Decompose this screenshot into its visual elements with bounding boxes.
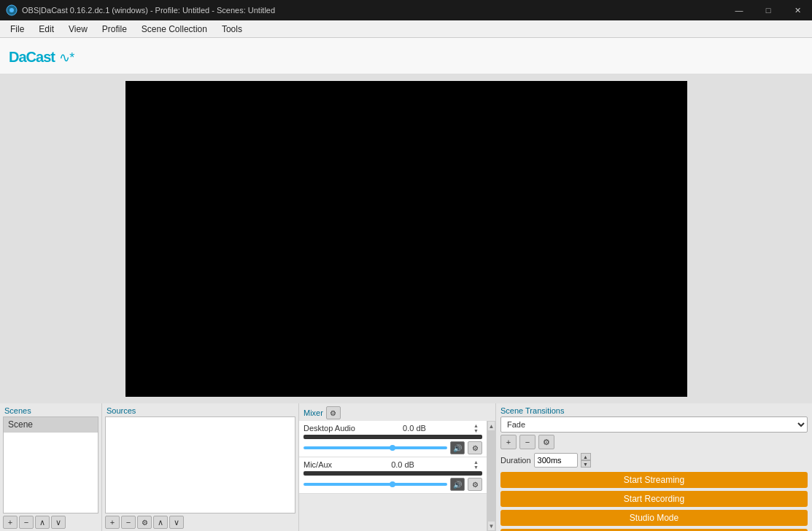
preview-area bbox=[0, 74, 812, 403]
sources-gear-button[interactable]: ⚙ bbox=[137, 516, 152, 529]
window-title: OBS|DaCast 0.16.2.dc.1 (windows) - Profi… bbox=[22, 6, 275, 15]
mixer-scroll-down[interactable]: ▼ bbox=[487, 521, 495, 531]
desktop-mute-button[interactable]: 🔊 bbox=[450, 441, 465, 454]
scenes-up-button[interactable]: ∧ bbox=[35, 516, 50, 529]
mixer-scroll-up[interactable]: ▲ bbox=[487, 421, 495, 431]
menu-profile[interactable]: Profile bbox=[95, 23, 134, 36]
scenes-panel: Scenes Scene + − ∧ ∨ bbox=[0, 403, 102, 531]
sources-toolbar: + − ⚙ ∧ ∨ bbox=[102, 513, 298, 531]
desktop-audio-label: Desktop Audio bbox=[303, 424, 355, 433]
mixer-scrollbar[interactable]: ▲ ▼ bbox=[487, 421, 495, 531]
mixer-channels: Desktop Audio 0.0 dB ▲ ▼ bbox=[299, 421, 487, 531]
desktop-volume-slider[interactable] bbox=[303, 446, 447, 449]
svg-point-1 bbox=[9, 8, 14, 12]
mixer-scroll-track bbox=[487, 431, 495, 521]
duration-down[interactable]: ▼ bbox=[581, 460, 591, 468]
mixer-gear-button[interactable]: ⚙ bbox=[326, 406, 341, 419]
studio-mode-button[interactable]: Studio Mode bbox=[500, 510, 808, 526]
title-bar: OBS|DaCast 0.16.2.dc.1 (windows) - Profi… bbox=[0, 0, 812, 20]
right-panel: Scene Transitions Fade Cut Swipe Slide S… bbox=[496, 403, 812, 531]
action-buttons: Start Streaming Start Recording Studio M… bbox=[496, 469, 812, 531]
transitions-add-button[interactable]: + bbox=[500, 435, 517, 449]
logo-text: DaCast bbox=[9, 49, 55, 65]
desktop-gear-button[interactable]: ⚙ bbox=[468, 441, 482, 454]
mic-db-down[interactable]: ▼ bbox=[473, 465, 482, 470]
desktop-volume-thumb[interactable] bbox=[390, 445, 395, 451]
mic-mute-button[interactable]: 🔊 bbox=[450, 478, 465, 491]
mic-aux-label: Mic/Aux bbox=[303, 460, 332, 469]
sources-add-button[interactable]: + bbox=[105, 516, 120, 529]
duration-label: Duration bbox=[500, 456, 531, 465]
mic-aux-db: 0.0 dB bbox=[391, 460, 414, 469]
scenes-header: Scenes bbox=[0, 403, 101, 416]
minimize-button[interactable]: — bbox=[724, 0, 754, 20]
dacast-logo: DaCast ∿* bbox=[9, 44, 74, 67]
mixer-channel-desktop: Desktop Audio 0.0 dB ▲ ▼ bbox=[299, 421, 487, 457]
start-recording-button[interactable]: Start Recording bbox=[500, 491, 808, 507]
sources-up-button[interactable]: ∧ bbox=[153, 516, 168, 529]
transitions-select[interactable]: Fade Cut Swipe Slide Stinger Luma Wipe bbox=[500, 416, 808, 433]
start-streaming-button[interactable]: Start Streaming bbox=[500, 472, 808, 488]
menu-edit[interactable]: Edit bbox=[31, 23, 61, 36]
sources-header: Sources bbox=[102, 403, 298, 416]
transitions-section: Scene Transitions Fade Cut Swipe Slide S… bbox=[496, 403, 812, 469]
mic-volume-slider[interactable] bbox=[303, 483, 447, 486]
app-icon bbox=[6, 4, 18, 16]
scenes-add-button[interactable]: + bbox=[3, 516, 18, 529]
scenes-remove-button[interactable]: − bbox=[19, 516, 34, 529]
window-controls: — □ ✕ bbox=[724, 0, 812, 20]
duration-up[interactable]: ▲ bbox=[581, 453, 591, 460]
duration-input[interactable] bbox=[534, 453, 578, 468]
maximize-button[interactable]: □ bbox=[754, 0, 783, 20]
sources-panel: Sources + − ⚙ ∧ ∨ bbox=[102, 403, 299, 531]
mixer-header: Mixer ⚙ bbox=[299, 403, 495, 421]
scenes-toolbar: + − ∧ ∨ bbox=[0, 513, 101, 531]
logo-wave: ∿* bbox=[59, 50, 74, 65]
menu-bar: File Edit View Profile Scene Collection … bbox=[0, 20, 812, 38]
desktop-db-up[interactable]: ▲ bbox=[473, 423, 482, 428]
sources-down-button[interactable]: ∨ bbox=[169, 516, 184, 529]
desktop-db-down[interactable]: ▼ bbox=[473, 428, 482, 433]
sources-remove-button[interactable]: − bbox=[121, 516, 136, 529]
transitions-toolbar: + − ⚙ bbox=[500, 433, 808, 451]
mixer-channel-mic: Mic/Aux 0.0 dB ▲ ▼ 🔊 bbox=[299, 457, 487, 494]
transitions-gear-button[interactable]: ⚙ bbox=[538, 435, 554, 449]
mixer-label: Mixer bbox=[303, 408, 323, 417]
desktop-audio-db: 0.0 dB bbox=[403, 424, 426, 433]
preview-canvas bbox=[125, 81, 687, 397]
menu-view[interactable]: View bbox=[61, 23, 95, 36]
mic-gear-button[interactable]: ⚙ bbox=[468, 478, 482, 491]
mic-db-up[interactable]: ▲ bbox=[473, 460, 482, 465]
transitions-header: Scene Transitions bbox=[500, 403, 808, 416]
sources-list[interactable] bbox=[105, 416, 295, 513]
menu-tools[interactable]: Tools bbox=[214, 23, 250, 36]
desktop-level-bar bbox=[303, 435, 482, 439]
duration-row: Duration ▲ ▼ bbox=[500, 451, 808, 469]
mic-db-spinner: ▲ ▼ bbox=[473, 460, 482, 470]
mic-level-bar bbox=[303, 471, 482, 476]
duration-spinners: ▲ ▼ bbox=[581, 453, 591, 468]
desktop-db-spinner: ▲ ▼ bbox=[473, 423, 482, 433]
bottom-panel: Scenes Scene + − ∧ ∨ Sources + − ⚙ ∧ ∨ M… bbox=[0, 403, 812, 531]
mixer-content: Desktop Audio 0.0 dB ▲ ▼ bbox=[299, 421, 495, 531]
menu-file[interactable]: File bbox=[3, 23, 31, 36]
mic-volume-thumb[interactable] bbox=[390, 481, 395, 487]
close-button[interactable]: ✕ bbox=[783, 0, 812, 20]
transitions-remove-button[interactable]: − bbox=[519, 435, 535, 449]
mixer-panel: Mixer ⚙ Desktop Audio 0.0 dB ▲ ▼ bbox=[299, 403, 496, 531]
scenes-list[interactable]: Scene bbox=[3, 416, 98, 513]
scenes-down-button[interactable]: ∨ bbox=[51, 516, 66, 529]
menu-scene-collection[interactable]: Scene Collection bbox=[134, 23, 214, 36]
scene-item-1[interactable]: Scene bbox=[4, 417, 98, 433]
logo-bar: DaCast ∿* bbox=[0, 38, 812, 74]
